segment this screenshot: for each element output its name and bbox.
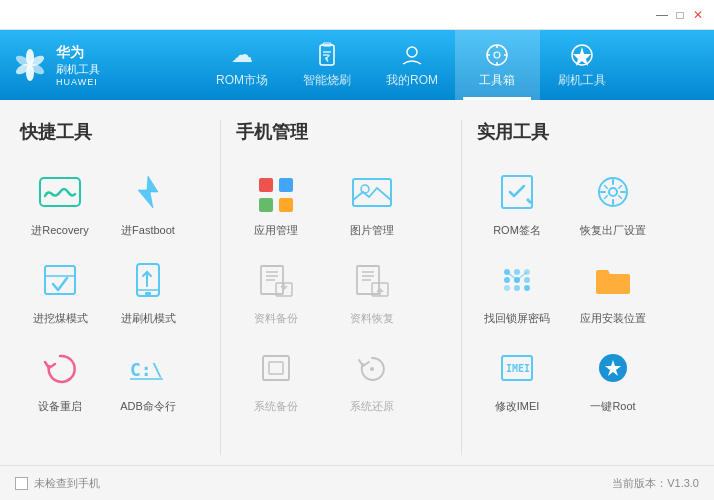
svg-rect-47 bbox=[263, 356, 289, 380]
adb-label: ADB命令行 bbox=[120, 399, 176, 414]
phone-mgr-title: 手机管理 bbox=[236, 120, 446, 144]
phone-check-checkbox[interactable] bbox=[15, 477, 28, 490]
photo-mgr-label: 图片管理 bbox=[350, 223, 394, 238]
tab-rom-market[interactable]: ☁ ROM市场 bbox=[200, 30, 285, 100]
my-rom-icon bbox=[399, 42, 425, 68]
top-nav: 华为 刷机工具 HUAWEI ☁ ROM市场 智能烧刷 bbox=[0, 30, 714, 100]
find-lockcode-label: 找回锁屏密码 bbox=[484, 311, 550, 326]
tab-flash-tool[interactable]: 刷机工具 bbox=[540, 30, 625, 100]
bottom-bar: 未检查到手机 当前版本：V1.3.0 bbox=[0, 465, 714, 500]
close-button[interactable]: ✕ bbox=[690, 7, 706, 23]
quick-tools-section: 快捷工具 进Recovery bbox=[20, 120, 205, 455]
reboot-label: 设备重启 bbox=[38, 399, 82, 414]
tool-factory-reset[interactable]: 恢复出厂设置 bbox=[573, 164, 653, 238]
rom-market-icon: ☁ bbox=[231, 42, 253, 68]
edit-imei-icon: IMEI bbox=[492, 346, 542, 390]
data-backup-label: 资料备份 bbox=[254, 311, 298, 326]
reboot-mode-icon bbox=[123, 258, 173, 302]
main-content: 快捷工具 进Recovery bbox=[0, 100, 714, 465]
reboot-mode-label: 进刷机模式 bbox=[121, 311, 176, 326]
svg-rect-32 bbox=[279, 198, 293, 212]
reboot-mode-icon-box bbox=[118, 252, 178, 307]
one-root-icon-box bbox=[583, 340, 643, 395]
tab-rom-market-label: ROM市场 bbox=[216, 72, 268, 89]
sys-restore-label: 系统还原 bbox=[350, 399, 394, 414]
tab-smart-flash-label: 智能烧刷 bbox=[303, 72, 351, 89]
recovery-icon bbox=[35, 170, 85, 214]
tab-my-rom-label: 我的ROM bbox=[386, 72, 438, 89]
tool-bootloader[interactable]: 进挖煤模式 bbox=[20, 252, 100, 326]
fastboot-icon bbox=[123, 170, 173, 214]
tab-toolbox-label: 工具箱 bbox=[479, 72, 515, 89]
logo-title: 华为 bbox=[56, 44, 100, 62]
svg-rect-29 bbox=[259, 178, 273, 192]
smart-flash-icon bbox=[314, 42, 340, 68]
edit-imei-icon-box: IMEI bbox=[487, 340, 547, 395]
tool-data-backup: 资料备份 bbox=[236, 252, 316, 326]
app-install-loc-icon bbox=[588, 258, 638, 302]
tool-reboot[interactable]: 设备重启 bbox=[20, 340, 100, 414]
divider-1 bbox=[220, 120, 221, 455]
logo-text: 华为 刷机工具 HUAWEI bbox=[56, 44, 100, 87]
title-bar: — □ ✕ bbox=[0, 0, 714, 30]
svg-text:IMEI: IMEI bbox=[506, 363, 530, 374]
bootloader-icon-box bbox=[30, 252, 90, 307]
tool-fastboot[interactable]: 进Fastboot bbox=[108, 164, 188, 238]
svg-point-60 bbox=[504, 285, 510, 291]
fastboot-label: 进Fastboot bbox=[121, 223, 175, 238]
tab-smart-flash[interactable]: 智能烧刷 bbox=[285, 30, 370, 100]
svg-text:C:\: C:\ bbox=[130, 359, 163, 380]
logo-area: 华为 刷机工具 HUAWEI bbox=[10, 44, 120, 87]
svg-point-10 bbox=[407, 47, 417, 57]
bottom-left: 未检查到手机 bbox=[15, 476, 100, 491]
sys-restore-icon-box bbox=[342, 340, 402, 395]
svg-rect-25 bbox=[145, 292, 151, 295]
logo-subtitle: 刷机工具 bbox=[56, 62, 100, 77]
bootloader-icon bbox=[35, 258, 85, 302]
svg-point-59 bbox=[524, 277, 530, 283]
photo-mgr-icon-box bbox=[342, 164, 402, 219]
tool-rom-sign[interactable]: ROM签名 bbox=[477, 164, 557, 238]
adb-icon-box: C:\ bbox=[118, 340, 178, 395]
app-install-loc-label: 应用安装位置 bbox=[580, 311, 646, 326]
tool-reboot-mode[interactable]: 进刷机模式 bbox=[108, 252, 188, 326]
app-mgr-icon-box bbox=[246, 164, 306, 219]
adb-icon: C:\ bbox=[123, 346, 173, 390]
one-root-label: 一键Root bbox=[590, 399, 635, 414]
title-bar-buttons: — □ ✕ bbox=[654, 7, 706, 23]
one-root-icon bbox=[588, 346, 638, 390]
find-lockcode-icon-box bbox=[487, 252, 547, 307]
app-install-loc-icon-box bbox=[583, 252, 643, 307]
tab-toolbox[interactable]: 工具箱 bbox=[455, 30, 540, 100]
flash-tool-icon bbox=[569, 42, 595, 68]
svg-point-53 bbox=[609, 188, 617, 196]
data-restore-label: 资料恢复 bbox=[350, 311, 394, 326]
maximize-button[interactable]: □ bbox=[672, 7, 688, 23]
rom-sign-icon-box bbox=[487, 164, 547, 219]
tool-edit-imei[interactable]: IMEI 修改IMEI bbox=[477, 340, 557, 414]
tab-flash-tool-label: 刷机工具 bbox=[558, 72, 606, 89]
tool-recovery[interactable]: 进Recovery bbox=[20, 164, 100, 238]
svg-rect-21 bbox=[45, 266, 75, 294]
tool-photo-mgr[interactable]: 图片管理 bbox=[332, 164, 412, 238]
tool-app-install-loc[interactable]: 应用安装位置 bbox=[573, 252, 653, 326]
rom-sign-icon bbox=[492, 170, 542, 214]
phone-check-label: 未检查到手机 bbox=[34, 476, 100, 491]
tool-app-mgr[interactable]: 应用管理 bbox=[236, 164, 316, 238]
tool-one-root[interactable]: 一键Root bbox=[573, 340, 653, 414]
tool-find-lockcode[interactable]: 找回锁屏密码 bbox=[477, 252, 557, 326]
minimize-button[interactable]: — bbox=[654, 7, 670, 23]
phone-tools-grid: 应用管理 图片管理 bbox=[236, 164, 446, 414]
app-mgr-icon bbox=[251, 170, 301, 214]
tool-adb[interactable]: C:\ ADB命令行 bbox=[108, 340, 188, 414]
tab-my-rom[interactable]: 我的ROM bbox=[370, 30, 455, 100]
sys-backup-label: 系统备份 bbox=[254, 399, 298, 414]
sys-backup-icon-box bbox=[246, 340, 306, 395]
svg-rect-48 bbox=[269, 362, 283, 374]
svg-point-50 bbox=[370, 367, 374, 371]
toolbox-icon bbox=[484, 42, 510, 68]
svg-point-61 bbox=[514, 285, 520, 291]
sys-restore-icon bbox=[347, 346, 397, 390]
version-label: 当前版本：V1.3.0 bbox=[612, 476, 699, 491]
svg-point-62 bbox=[524, 285, 530, 291]
